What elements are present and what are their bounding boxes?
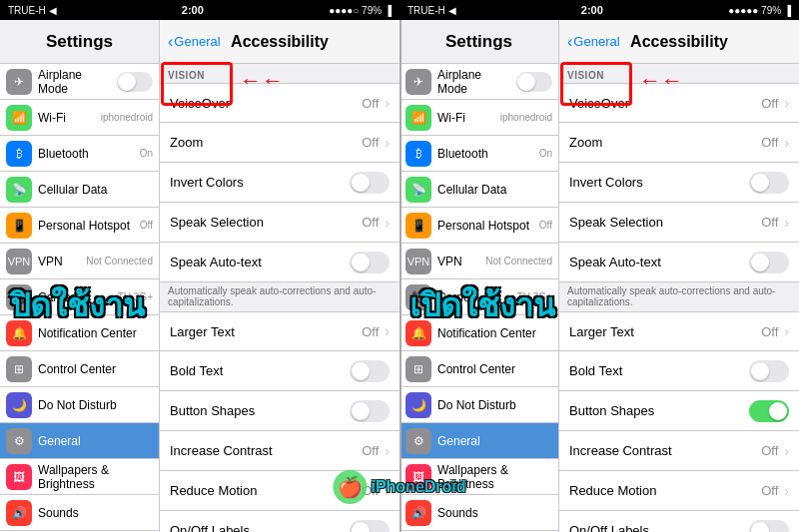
status-bar-left: TRUE-H ◀ 2:00 ●●●●○ 79% ▐ <box>0 0 400 20</box>
sidebar-item-wallpaper-right[interactable]: 🖼 Wallpapers & Brightness <box>400 459 558 495</box>
row-voiceover-left[interactable]: VoiceOver Off › <box>160 83 400 123</box>
row-zoom-right[interactable]: Zoom Off › <box>559 123 799 163</box>
row-button-shapes-left[interactable]: Button Shapes <box>160 391 400 431</box>
battery-left: ●●●●○ 79% ▐ <box>329 5 392 16</box>
sidebar-item-vpn-right[interactable]: VPN VPN Not Connected <box>400 244 558 279</box>
row-increase-contrast-left[interactable]: Increase Contrast Off › <box>160 431 400 471</box>
content-right: ‹ General Accessibility VISION VoiceOver… <box>559 20 799 532</box>
sidebar-item-dnd-left[interactable]: 🌙 Do Not Disturb <box>0 387 159 423</box>
sidebar-left: Settings ✈ Airplane Mode 📶 Wi-Fi iphoned… <box>0 20 160 532</box>
screen-left: Settings ✈ Airplane Mode 📶 Wi-Fi iphoned… <box>0 20 400 532</box>
carrier-right: TRUE-H ◀ <box>407 5 456 16</box>
row-speak-selection-left[interactable]: Speak Selection Off › <box>160 203 400 243</box>
sidebar-item-bluetooth-right[interactable]: ₿ Bluetooth On <box>400 136 558 172</box>
row-bold-text-right[interactable]: Bold Text <box>559 351 799 391</box>
sidebar-item-hotspot-left[interactable]: 📱 Personal Hotspot Off <box>0 208 159 244</box>
time-left: 2:00 <box>182 4 204 16</box>
row-speak-auto-left[interactable]: Speak Auto-text <box>160 243 400 282</box>
back-button-right[interactable]: ‹ General <box>567 33 620 51</box>
sidebar-item-dnd-right[interactable]: 🌙 Do Not Disturb <box>400 387 558 423</box>
row-larger-text-right[interactable]: Larger Text Off › <box>559 311 799 351</box>
sidebar-right: Settings ✈ Airplane Mode 📶 Wi-Fi iphoned… <box>400 20 559 532</box>
row-bold-text-left[interactable]: Bold Text <box>160 351 400 391</box>
sidebar-item-airplane-right[interactable]: ✈ Airplane Mode <box>400 64 558 100</box>
content-left: ‹ General Accessibility VISION VoiceOver… <box>160 20 400 532</box>
sidebar-item-airplane-left[interactable]: ✈ Airplane Mode <box>0 64 159 100</box>
row-larger-text-left[interactable]: Larger Text Off › <box>160 311 400 351</box>
sidebar-item-control-right[interactable]: ⊞ Control Center <box>400 351 558 387</box>
row-increase-contrast-right[interactable]: Increase Contrast Off › <box>559 431 799 471</box>
sidebar-item-sounds-right[interactable]: 🔊 Sounds <box>400 495 558 531</box>
sidebar-item-carrier-right[interactable]: 📞 Carrier TH 3G+ <box>400 279 558 315</box>
row-invert-right[interactable]: Invert Colors <box>559 163 799 203</box>
top-bars: TRUE-H ◀ 2:00 ●●●●○ 79% ▐ TRUE-H ◀ 2:00 … <box>0 0 799 20</box>
row-button-shapes-right[interactable]: Button Shapes <box>559 391 799 431</box>
row-speak-selection-right[interactable]: Speak Selection Off › <box>559 203 799 243</box>
sidebar-item-general-left[interactable]: ⚙ General <box>0 423 159 459</box>
navbar-left: ‹ General Accessibility <box>160 20 400 64</box>
row-invert-left[interactable]: Invert Colors <box>160 163 400 203</box>
sidebar-title-left: Settings <box>0 20 159 64</box>
sidebar-item-notification-left[interactable]: 🔔 Notification Center <box>0 315 159 351</box>
navbar-right: ‹ General Accessibility <box>559 20 799 64</box>
sidebar-item-wifi-left[interactable]: 📶 Wi-Fi iphonedroid <box>0 100 159 136</box>
screen-right: Settings ✈ Airplane Mode 📶 Wi-Fi iphoned… <box>400 20 799 532</box>
status-bar-right: TRUE-H ◀ 2:00 ●●●●● 79% ▐ <box>400 0 799 20</box>
sidebar-item-carrier-left[interactable]: 📞 Carrier TH 3G+ <box>0 279 159 315</box>
sidebar-item-wifi-right[interactable]: 📶 Wi-Fi iphonedroid <box>400 100 558 136</box>
sidebar-item-wallpaper-left[interactable]: 🖼 Wallpapers & Brightness <box>0 459 159 495</box>
nav-title-right: Accessibility <box>630 33 728 51</box>
row-reduce-motion-left[interactable]: Reduce Motion Off › <box>160 471 400 511</box>
nav-title-left: Accessibility <box>231 33 329 51</box>
row-voiceover-right[interactable]: VoiceOver Off › <box>559 83 799 123</box>
row-onoff-labels-left[interactable]: On/Off Labels <box>160 511 400 532</box>
row-speak-auto-right[interactable]: Speak Auto-text <box>559 243 799 282</box>
sidebar-item-sounds-left[interactable]: 🔊 Sounds <box>0 495 159 531</box>
time-right: 2:00 <box>581 4 603 16</box>
sidebar-item-cellular-left[interactable]: 📡 Cellular Data <box>0 172 159 208</box>
back-button-left[interactable]: ‹ General <box>168 33 221 51</box>
row-zoom-left[interactable]: Zoom Off › <box>160 123 400 163</box>
row-onoff-labels-right[interactable]: On/Off Labels <box>559 511 799 532</box>
sidebar-item-hotspot-right[interactable]: 📱 Personal Hotspot Off <box>400 208 558 244</box>
sidebar-title-right: Settings <box>400 20 558 64</box>
sidebar-item-bluetooth-left[interactable]: ₿ Bluetooth On <box>0 136 159 172</box>
sidebar-item-cellular-right[interactable]: 📡 Cellular Data <box>400 172 558 208</box>
carrier-left: TRUE-H ◀ <box>8 5 57 16</box>
main-content: Settings ✈ Airplane Mode 📶 Wi-Fi iphoned… <box>0 20 799 532</box>
battery-right: ●●●●● 79% ▐ <box>728 5 791 16</box>
sidebar-item-control-left[interactable]: ⊞ Control Center <box>0 351 159 387</box>
sidebar-item-general-right[interactable]: ⚙ General <box>400 423 558 459</box>
divider-line <box>400 20 401 532</box>
sidebar-item-vpn-left[interactable]: VPN VPN Not Connected <box>0 244 159 279</box>
sidebar-item-notification-right[interactable]: 🔔 Notification Center <box>400 315 558 351</box>
row-reduce-motion-right[interactable]: Reduce Motion Off › <box>559 471 799 511</box>
